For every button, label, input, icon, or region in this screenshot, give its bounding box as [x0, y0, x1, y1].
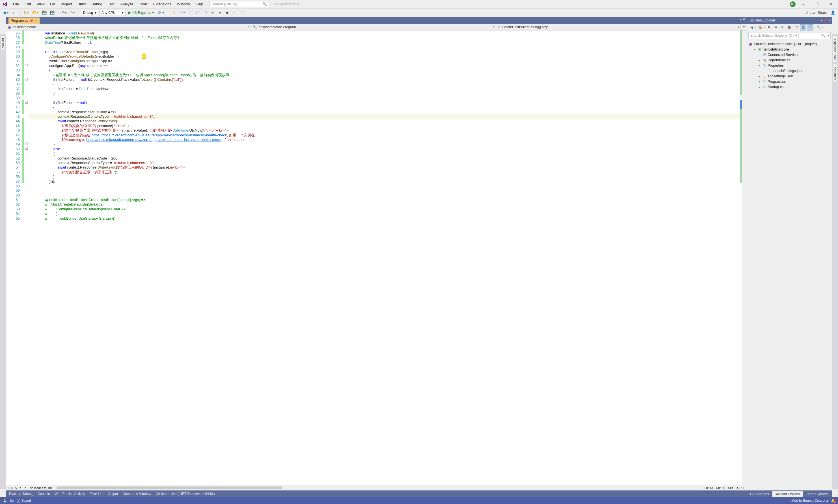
horizontal-scrollbar[interactable] [56, 486, 700, 490]
menu-view[interactable]: View [34, 1, 47, 7]
properties-tab[interactable]: Properties [833, 64, 838, 82]
bottom-tab-web-publish-activity[interactable]: Web Publish Activity [55, 492, 85, 496]
close-button[interactable]: ✕ [825, 0, 836, 8]
menu-git[interactable]: Git [47, 1, 58, 7]
tb-icon-1[interactable]: ⬚ [170, 10, 176, 16]
panel-dropdown-icon[interactable]: ▾ [820, 18, 822, 22]
bottom-tab-package-manager-console[interactable]: Package Manager Console [9, 492, 50, 496]
comment-icon[interactable]: ⬚ [232, 10, 238, 16]
menu-build[interactable]: Build [75, 1, 88, 7]
sol-showall-icon[interactable]: ⬚ [793, 24, 799, 31]
open-button[interactable]: 📂▾ [31, 10, 40, 16]
config-combo[interactable]: Debug▾ [81, 10, 98, 16]
sol-refresh-icon[interactable]: ⟳ [780, 24, 786, 31]
pin-icon[interactable]: 📌 [30, 19, 33, 22]
doc-tab-program[interactable]: Program.cs 📌 × [8, 18, 39, 24]
platform-combo[interactable]: Any CPU▾ [100, 10, 125, 16]
csproj-icon: ▣ [757, 48, 762, 51]
menu-tools[interactable]: Tools [136, 1, 150, 7]
nav-split-button[interactable]: ✚ [741, 24, 747, 30]
nav-scope[interactable]: ▣hellodotnetcore▾ [6, 24, 251, 30]
tree-item-launchsettings-json[interactable]: {}launchSettings.json [747, 68, 832, 73]
run-button[interactable]: ▶ IIS Express ▾ [127, 11, 156, 15]
panel-tab-git-changes[interactable]: Git Changes [747, 491, 772, 497]
step-out-icon[interactable]: ⬚ [202, 10, 208, 16]
nav-back-button[interactable]: ◀ ▾ [2, 10, 10, 16]
bottom-tab-c-interactive-net-framework-64-bit-[interactable]: C# Interactive (.NET Framework 64-bit) [156, 492, 215, 496]
tree-item-dependencies[interactable]: ▸▤Dependencies [747, 57, 832, 63]
step-over-icon[interactable]: ⬚ [187, 10, 194, 16]
minimize-button[interactable]: ─ [798, 0, 809, 8]
solution-bottom-tabs: Git ChangesSolution ExplorerTeam Explore… [747, 490, 832, 497]
save-button[interactable]: 💾 [41, 10, 48, 16]
sol-home-icon[interactable]: 🏠 [757, 24, 763, 31]
sol-preview-icon[interactable]: ▤ [800, 24, 806, 31]
source-control-button[interactable]: ↑ Add to Source Control ▴ [790, 499, 828, 503]
user-badge[interactable]: BL [790, 1, 796, 7]
nav-member[interactable]: ◇CreateHostBuilder(string[] args)▾ [496, 24, 741, 30]
notification-bell-icon[interactable]: 🔔3 [831, 499, 835, 503]
nav-fwd-button[interactable]: ▸ [11, 10, 17, 16]
tb-icon-2[interactable]: ⬚ ▾ [177, 10, 186, 16]
step-into-icon[interactable]: ⬚ [195, 10, 201, 16]
menu-project[interactable]: Project [58, 1, 75, 7]
panel-tab-solution-explorer[interactable]: Solution Explorer [772, 491, 803, 497]
vertical-scrollbar[interactable] [742, 31, 747, 485]
search-dropdown-icon[interactable]: ▾ [828, 34, 829, 37]
menu-file[interactable]: File [10, 1, 22, 7]
sol-sync-icon[interactable]: ⚲ [766, 24, 772, 31]
maximize-button[interactable]: ☐ [811, 0, 823, 8]
sol-back-icon[interactable]: ◀ [748, 24, 755, 31]
bottom-tab-error-list[interactable]: Error List [90, 492, 103, 496]
save-all-button[interactable]: 💾 [49, 10, 56, 16]
undo-button[interactable]: ↶▾ [61, 10, 68, 16]
solution-search-input[interactable]: Search Solution Explorer (Ctrl+;) 🔍 ▾ [748, 32, 831, 39]
tree-item-hellodotnetcore[interactable]: ▾▣hellodotnetcore [747, 47, 832, 52]
redo-button[interactable]: ↷▾ [69, 10, 76, 16]
code-editor[interactable]: 2526272829303132333435363738394041424344… [6, 31, 747, 485]
uncomment-icon[interactable]: ⬚ [239, 10, 245, 16]
panel-close-icon[interactable]: × [829, 18, 831, 22]
tree-item-properties[interactable]: ▾🔧Properties [747, 63, 832, 68]
menu-analyze[interactable]: Analyze [117, 1, 136, 7]
issues-text: No issues found [29, 486, 52, 490]
tree-item-startup-cs[interactable]: ▸C#Startup.cs [747, 84, 832, 90]
bookmark-icon[interactable]: ◆ [224, 10, 230, 16]
menu-edit[interactable]: Edit [22, 1, 34, 7]
menu-debug[interactable]: Debug [88, 1, 105, 7]
tree-item-program-cs[interactable]: ▸C#Program.cs [747, 79, 832, 84]
refresh-button[interactable]: ⟳ ▾ [157, 10, 166, 16]
sol-nest-icon[interactable]: ⬚ [807, 24, 813, 31]
menu-help[interactable]: Help [193, 1, 206, 7]
diagnostic-tools-tab[interactable]: Diagnostic Tools [833, 36, 838, 62]
bottom-tab-command-window[interactable]: Command Window [122, 492, 151, 496]
menu-extensions[interactable]: Extensions [150, 1, 174, 7]
tab-overflow-icon[interactable]: ▾ [740, 18, 741, 21]
outdent-icon[interactable]: ≡ [217, 10, 223, 16]
bottom-tab-output[interactable]: Output [108, 492, 118, 496]
tree-item-appsettings-json[interactable]: ▸{}appsettings.json [747, 73, 832, 79]
menu-window[interactable]: Window [174, 1, 193, 7]
tree-item-connected-services[interactable]: 🔗Connected Services [747, 52, 832, 57]
panel-tab-team-explorer[interactable]: Team Explorer [803, 491, 831, 497]
panel-pin-icon[interactable]: 📌 [823, 18, 827, 22]
nav-class[interactable]: 🔧hellodotnetcore.Program▾ [251, 24, 496, 30]
solution-tree[interactable]: ▣ Solution 'hellodotnetcore' (1 of 1 pro… [747, 40, 832, 490]
new-project-button[interactable]: 🗎▾ [22, 10, 30, 16]
toolbox-tab[interactable]: Toolbox [1, 36, 6, 50]
folder-icon: 🔧 [762, 64, 767, 67]
search-input[interactable]: Search (Ctrl+Q) 🔍 [209, 1, 269, 7]
feedback-icon[interactable]: 👤 [830, 10, 836, 16]
close-tab-icon[interactable]: × [35, 18, 37, 23]
zoom-level[interactable]: 100 % [8, 486, 17, 490]
menu-test[interactable]: Test [105, 1, 118, 7]
indent-icon[interactable]: ≡ [209, 10, 216, 16]
sol-collapse-icon[interactable]: ⊟ [786, 24, 792, 31]
main-toolbar: ◀ ▾ ▸ 🗎▾ 📂▾ 💾 💾 ↶▾ ↷▾ Debug▾ Any CPU▾ ▶ … [0, 8, 838, 17]
tab-settings-icon[interactable]: ⚙ [743, 18, 746, 21]
solution-root[interactable]: ▣ Solution 'hellodotnetcore' (1 of 1 pro… [747, 41, 832, 47]
solution-explorer-panel: Solution Explorer ▾ 📌 × ◀▾ 🏠▾ ⚲ ≡ ⟳ ⊟ ⬚ … [747, 17, 832, 497]
sol-wrench-icon[interactable]: 🔧 [815, 24, 822, 31]
sol-pending-icon[interactable]: ≡ [773, 24, 779, 31]
live-share-button[interactable]: ↗ Live Share [805, 11, 827, 15]
